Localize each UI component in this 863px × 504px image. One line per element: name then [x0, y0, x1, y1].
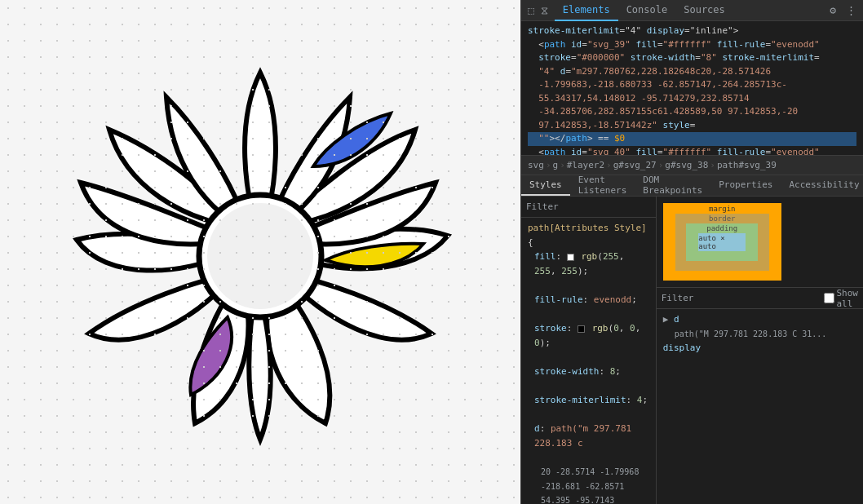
- styles-right: margin border padding auto × auto Filter: [657, 197, 863, 504]
- border-label: border: [709, 214, 736, 223]
- css-path-data-1: 20 -28.5714 -1.79968: [528, 467, 639, 476]
- breadcrumb-layer2[interactable]: #layer2: [567, 160, 604, 170]
- tree-label-display: display: [663, 343, 701, 353]
- tab-sources[interactable]: Sources: [675, 0, 733, 21]
- css-path-data-2: -218.681 -62.8571: [528, 482, 624, 491]
- css-property-stroke: stroke: rgb(0, 0, 0);: [528, 321, 649, 350]
- box-model-area: margin border padding auto × auto: [657, 197, 863, 288]
- filter-label: Filter: [526, 201, 559, 212]
- devtools-panel: ⬚ ⧖ Elements Console Sources ⚙ ⋮ stroke-…: [520, 0, 863, 504]
- tab-event-listeners[interactable]: Event Listeners: [570, 175, 635, 196]
- devtools-tabs: Elements Console Sources: [555, 0, 826, 21]
- breadcrumb-sep-3: ›: [606, 160, 612, 170]
- box-model-padding: padding auto × auto: [686, 223, 758, 261]
- devtools-topbar: ⬚ ⧖ Elements Console Sources ⚙ ⋮: [521, 0, 863, 21]
- stroke-color-swatch[interactable]: [578, 325, 585, 333]
- tab-accessibility[interactable]: Accessibility: [781, 175, 863, 196]
- css-property-stroke-miterlimit: stroke-miterlimit: 4;: [528, 393, 649, 408]
- breadcrumb-sep-1: ›: [546, 160, 551, 170]
- tab-properties[interactable]: Properties: [710, 175, 781, 196]
- right-filter-bar: Filter Show all: [657, 288, 863, 309]
- box-model-border: border padding auto × auto: [675, 214, 769, 271]
- css-path-data-3: 54.395 -95.7143 232.857: [528, 496, 614, 504]
- tab-console[interactable]: Console: [618, 0, 676, 21]
- dot-grid-background: [0, 0, 520, 504]
- breadcrumb-bar: svg › g › #layer2 › g#svg_27 › g#svg_38 …: [521, 156, 863, 175]
- html-code-area[interactable]: stroke-miterlimit="4" display="inline"> …: [521, 21, 863, 156]
- devtools-tab-end: ⚙ ⋮: [826, 4, 860, 16]
- fill-color-swatch[interactable]: [567, 254, 574, 261]
- show-all-label: Show all: [824, 288, 859, 309]
- tree-item-d[interactable]: ▶ d: [663, 312, 856, 327]
- styles-tabs-bar: Styles Event Listeners DOM Breakpoints P…: [521, 175, 863, 197]
- css-selector: path[Attributes Style] {: [528, 223, 647, 248]
- right-tree-area[interactable]: ▶ d path("M 297.781 228.183 C 31... disp…: [657, 309, 863, 504]
- tree-label-d: d: [674, 314, 679, 325]
- breadcrumb-svg38[interactable]: g#svg_38: [665, 160, 708, 170]
- tree-item-path: path("M 297.781 228.183 C 31...: [663, 327, 856, 342]
- box-model-margin: margin border padding auto × auto: [663, 203, 781, 281]
- right-filter-label: Filter: [662, 293, 694, 303]
- tab-styles[interactable]: Styles: [521, 175, 570, 196]
- padding-label: padding: [706, 224, 737, 232]
- filter-bar: Filter :hov .cls +: [521, 197, 656, 218]
- box-model-content: auto × auto: [698, 233, 746, 251]
- more-icon[interactable]: ⋮: [843, 4, 860, 16]
- breadcrumb-svg[interactable]: svg: [528, 160, 544, 170]
- css-property-stroke-width: stroke-width: 8;: [528, 365, 649, 379]
- breadcrumb-svg27[interactable]: g#svg_27: [613, 160, 657, 170]
- tree-expand-d[interactable]: ▶: [663, 314, 669, 325]
- right-filter-input[interactable]: [699, 293, 819, 303]
- breadcrumb-sep-2: ›: [560, 160, 565, 170]
- css-property-d: d: path("m 297.781 228.183 c: [528, 422, 649, 450]
- tab-dom-breakpoints[interactable]: DOM Breakpoints: [635, 175, 710, 196]
- breadcrumb-sep-5: ›: [710, 160, 715, 170]
- inspect-icon[interactable]: ⬚: [524, 4, 538, 16]
- tree-item-display: display: [663, 341, 856, 356]
- breadcrumb-svg39[interactable]: path#svg_39: [717, 160, 777, 170]
- css-property-fill: fill: rgb(255, 255, 255);: [528, 250, 649, 278]
- tab-elements[interactable]: Elements: [555, 0, 618, 21]
- css-rules-area[interactable]: path[Attributes Style] { fill: rgb(255, …: [521, 218, 656, 504]
- canvas-panel: [0, 0, 520, 504]
- filter-input[interactable]: [564, 201, 657, 212]
- settings-icon[interactable]: ⚙: [826, 4, 839, 16]
- styles-content: Filter :hov .cls + path[Attributes Style…: [521, 197, 863, 504]
- styles-left: Filter :hov .cls + path[Attributes Style…: [521, 197, 657, 504]
- margin-label: margin: [709, 205, 736, 213]
- tree-path-value: path("M 297.781 228.183 C 31...: [663, 329, 827, 338]
- breadcrumb-g[interactable]: g: [553, 160, 559, 170]
- css-property-fill-rule: fill-rule: evenodd;: [528, 293, 649, 307]
- show-all-checkbox[interactable]: [824, 293, 834, 303]
- device-icon[interactable]: ⧖: [538, 4, 551, 17]
- breadcrumb-sep-4: ›: [658, 160, 664, 170]
